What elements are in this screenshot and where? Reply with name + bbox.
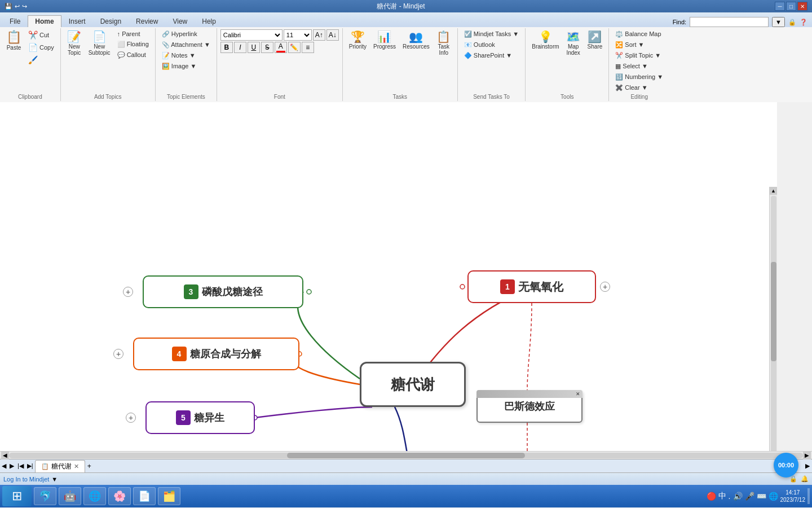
balance-map-button[interactable]: ⚖️ Balance Map bbox=[612, 29, 666, 39]
share-button[interactable]: ↗️ Share bbox=[585, 29, 606, 51]
quick-redo[interactable]: ↪ bbox=[22, 3, 27, 10]
clock[interactable]: 14:17 2023/7/12 bbox=[780, 489, 806, 503]
tray-icon-kb[interactable]: ⌨️ bbox=[757, 492, 766, 501]
tools-label: Tools bbox=[561, 94, 573, 100]
taskbar-item-4[interactable]: 🌸 bbox=[108, 487, 131, 505]
tab-file[interactable]: File bbox=[2, 15, 28, 27]
task-info-button[interactable]: 📋 TaskInfo bbox=[434, 29, 454, 58]
taskbar-item-1[interactable]: 🐬 bbox=[34, 487, 56, 505]
tab-scroll-right[interactable]: ▶ bbox=[803, 462, 812, 470]
numbering-button[interactable]: 🔢 Numbering ▼ bbox=[612, 72, 666, 82]
map-index-button[interactable]: 🗺️ MapIndex bbox=[563, 29, 584, 58]
select-button[interactable]: ▦ Select ▼ bbox=[612, 62, 666, 71]
resources-button[interactable]: 👥 Resources bbox=[400, 29, 433, 51]
tab-item-tangdaixie[interactable]: 📋 糖代谢 ✕ bbox=[35, 460, 85, 472]
italic-button[interactable]: I bbox=[234, 42, 246, 53]
mindmap-canvas[interactable]: 糖代谢 1 无氧氧化 + 3 磷酸戊糖途径 + 4 糖原合成与分解 + 5 糖异… bbox=[0, 102, 777, 451]
shrink-font-button[interactable]: A↓ bbox=[326, 29, 339, 41]
font-family-select[interactable]: Calibri bbox=[220, 29, 283, 41]
sharepoint-button[interactable]: 🔷 SharePoint ▼ bbox=[461, 51, 522, 60]
tab-home[interactable]: Home bbox=[28, 15, 61, 27]
tab-nav-left[interactable]: ◀ bbox=[0, 462, 8, 470]
copy-button[interactable]: 📄 Copy bbox=[25, 42, 57, 53]
font-size-select[interactable]: 11 bbox=[284, 29, 312, 41]
hyperlink-button[interactable]: 🔗 Hyperlink bbox=[159, 29, 213, 39]
tab-help[interactable]: Help bbox=[195, 15, 223, 27]
tab-close-button[interactable]: ✕ bbox=[74, 463, 79, 470]
split-topic-button[interactable]: ✂️ Split Topic ▼ bbox=[612, 51, 666, 60]
maximize-button[interactable]: □ bbox=[786, 2, 796, 11]
login-link[interactable]: Log In to Mindjet bbox=[3, 476, 49, 483]
scroll-thumb[interactable] bbox=[771, 262, 776, 361]
strikethrough-button[interactable]: S̶ bbox=[261, 42, 273, 53]
node-tangyuan[interactable]: 4 糖原合成与分解 bbox=[133, 338, 299, 370]
format-painter-button[interactable]: 🖌️ bbox=[25, 54, 57, 65]
notes-button[interactable]: 📝 Notes ▼ bbox=[159, 51, 213, 60]
parent-button[interactable]: ↑ Parent bbox=[114, 29, 152, 38]
tab-review[interactable]: Review bbox=[129, 15, 165, 27]
tray-icon-zh[interactable]: 中 bbox=[718, 491, 726, 501]
close-button[interactable]: ✕ bbox=[797, 2, 807, 11]
scroll-thumb-h[interactable] bbox=[287, 453, 525, 458]
show-desktop-button[interactable] bbox=[807, 488, 810, 504]
new-subtopic-button[interactable]: 📄 NewSubtopic bbox=[86, 29, 113, 58]
taskbar-item-5[interactable]: 📄 bbox=[133, 487, 156, 505]
node-wuyang-yanghua[interactable]: 1 无氧氧化 bbox=[467, 270, 596, 303]
find-input[interactable] bbox=[690, 17, 769, 27]
floating-button[interactable]: ⬜ Floating bbox=[114, 40, 152, 49]
grow-font-button[interactable]: A↑ bbox=[313, 29, 325, 41]
align-button[interactable]: ≡ bbox=[302, 42, 314, 53]
tab-design[interactable]: Design bbox=[93, 15, 129, 27]
tray-icon-2[interactable]: 🔊 bbox=[733, 492, 743, 501]
horizontal-scrollbar[interactable]: ◀ ▶ bbox=[0, 451, 812, 459]
minimize-button[interactable]: ─ bbox=[775, 2, 785, 11]
callout-button[interactable]: 💬 Callout bbox=[114, 50, 152, 60]
tab-insert[interactable]: Insert bbox=[61, 15, 93, 27]
brainstorm-button[interactable]: 💡 Brainstorm bbox=[529, 29, 562, 51]
node-linsuanwutang[interactable]: 3 磷酸戊糖途径 bbox=[143, 275, 303, 308]
expand-n4[interactable]: + bbox=[126, 413, 136, 423]
underline-button[interactable]: U bbox=[248, 42, 260, 53]
outlook-button[interactable]: 📧 Outlook bbox=[461, 40, 522, 50]
start-button[interactable]: ⊞ bbox=[2, 486, 32, 506]
new-topic-button[interactable]: 📝 NewTopic bbox=[64, 29, 85, 58]
center-node[interactable]: 糖代谢 bbox=[360, 362, 466, 407]
highlight-button[interactable]: ✏️ bbox=[288, 42, 301, 53]
font-color-button[interactable]: A bbox=[275, 42, 287, 53]
expand-n1[interactable]: + bbox=[600, 282, 610, 292]
tab-view[interactable]: View bbox=[165, 15, 195, 27]
scroll-left-button[interactable]: ◀ bbox=[1, 452, 9, 459]
vertical-scrollbar[interactable]: ▲ ▼ bbox=[769, 187, 777, 451]
expand-n3[interactable]: + bbox=[113, 349, 123, 359]
node-tangyi[interactable]: 5 糖异生 bbox=[145, 401, 255, 434]
tab-nav-last[interactable]: ▶| bbox=[25, 462, 35, 470]
priority-button[interactable]: 🏆 Priority bbox=[346, 29, 369, 51]
scroll-up-button[interactable]: ▲ bbox=[770, 187, 778, 195]
tab-nav-first[interactable]: |◀ bbox=[16, 462, 25, 470]
tray-icon-mic[interactable]: 🎤 bbox=[745, 492, 754, 501]
find-options[interactable]: ▼ bbox=[772, 17, 785, 27]
taskbar-item-6[interactable]: 🗂️ bbox=[158, 487, 180, 505]
tab-nav-right[interactable]: ▶ bbox=[8, 462, 16, 470]
taskbar-item-2[interactable]: 🤖 bbox=[59, 487, 81, 505]
timer-display[interactable]: 00:00 bbox=[774, 453, 798, 478]
scroll-right-button[interactable]: ▶ bbox=[803, 452, 811, 459]
quick-undo[interactable]: ↩ bbox=[15, 3, 20, 10]
sort-button[interactable]: 🔀 Sort ▼ bbox=[612, 40, 666, 50]
taskbar-item-3[interactable]: 🌐 bbox=[83, 487, 106, 505]
attachment-button[interactable]: 📎 Attachment ▼ bbox=[159, 40, 213, 50]
tray-icon-net[interactable]: 🌐 bbox=[769, 492, 778, 501]
cut-button[interactable]: ✂️ Cut bbox=[25, 29, 57, 41]
expand-n2[interactable]: + bbox=[123, 287, 133, 297]
quick-save[interactable]: 💾 bbox=[5, 3, 12, 10]
clear-button[interactable]: ✖️ Clear ▼ bbox=[612, 83, 666, 93]
image-button[interactable]: 🖼️ Image ▼ bbox=[159, 62, 213, 71]
mindjet-tasks-button[interactable]: ☑️ Mindjet Tasks ▼ bbox=[461, 29, 522, 39]
login-dropdown[interactable]: ▼ bbox=[51, 476, 58, 483]
tray-icon-period[interactable]: . bbox=[729, 492, 731, 501]
progress-button[interactable]: 📊 Progress bbox=[370, 29, 399, 51]
bold-button[interactable]: B bbox=[220, 42, 233, 53]
paste-button[interactable]: 📋 Paste bbox=[3, 29, 24, 52]
tray-icon-s[interactable]: 🔴 bbox=[707, 492, 716, 501]
add-tab-button[interactable]: + bbox=[87, 462, 91, 470]
